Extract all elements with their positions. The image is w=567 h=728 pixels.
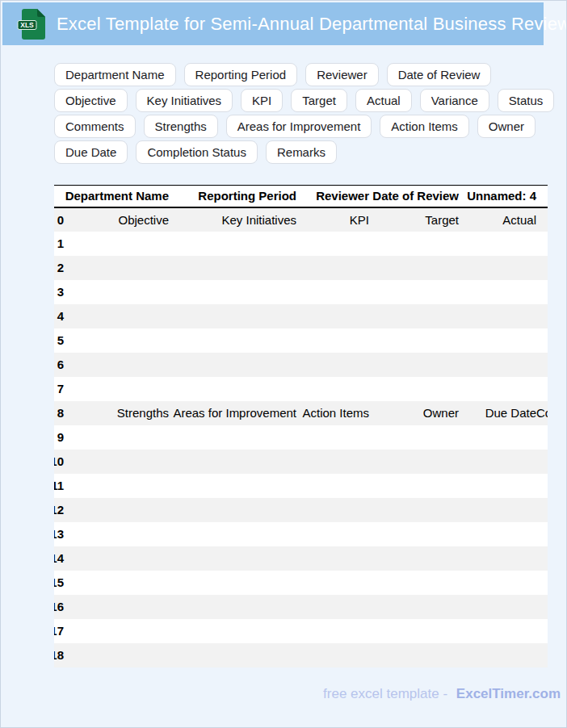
- table-cell: [536, 595, 548, 619]
- row-index: 13: [54, 522, 64, 546]
- row-index: 8: [54, 401, 64, 425]
- table-cell: [64, 280, 169, 304]
- table-cell: [296, 546, 369, 571]
- field-chip-reviewer[interactable]: Reviewer: [305, 63, 379, 86]
- table-cell: [369, 474, 459, 498]
- field-chips: Department NameReporting PeriodReviewerD…: [54, 63, 565, 164]
- row-index: 15: [54, 571, 64, 595]
- table-cell: [459, 232, 536, 256]
- field-chip-completion-status[interactable]: Completion Status: [136, 140, 258, 164]
- table-preview: Department NameReporting PeriodReviewerD…: [54, 185, 548, 667]
- table-cell: [369, 328, 459, 353]
- table-row: 4: [54, 304, 548, 328]
- table-row: 18: [54, 643, 548, 667]
- table-cell: [169, 595, 296, 619]
- table-row: 3: [54, 280, 548, 304]
- field-chip-remarks[interactable]: Remarks: [266, 140, 337, 164]
- table-cell: [64, 425, 169, 450]
- field-chip-key-initiatives[interactable]: Key Initiatives: [136, 89, 233, 112]
- table-row: 2: [54, 256, 548, 280]
- table-cell: [459, 328, 536, 353]
- table-cell: [369, 450, 459, 474]
- table-row: 10: [54, 450, 548, 474]
- table-cell: [169, 450, 296, 474]
- table-cell: [64, 232, 169, 256]
- table-cell: [169, 280, 296, 304]
- field-chip-status[interactable]: Status: [498, 89, 555, 112]
- table-cell: [459, 377, 536, 401]
- table-cell: [536, 474, 548, 498]
- table-cell: [64, 522, 169, 546]
- footer-brand-link[interactable]: ExcelTimer.com: [456, 686, 561, 701]
- column-header: Department Name: [64, 186, 169, 207]
- table-cell: [64, 619, 169, 643]
- table-cell: [296, 425, 369, 450]
- table-cell: [459, 280, 536, 304]
- table-cell: [296, 377, 369, 401]
- table-cell: Action Items: [296, 401, 369, 425]
- app-header: XLS Excel Template for Semi-Annual Depar…: [2, 2, 544, 45]
- table-cell: [169, 328, 296, 353]
- table-cell: [369, 280, 459, 304]
- table-cell: [169, 377, 296, 401]
- table-cell: [369, 377, 459, 401]
- table-cell: KPI: [296, 207, 369, 232]
- table-cell: Objective: [64, 207, 169, 232]
- table-cell: [536, 207, 548, 232]
- field-chip-actual[interactable]: Actual: [355, 89, 412, 112]
- row-index: 2: [54, 256, 64, 280]
- table-cell: [64, 571, 169, 595]
- table-cell: [64, 353, 169, 377]
- field-chip-strengths[interactable]: Strengths: [144, 115, 218, 138]
- field-chip-due-date[interactable]: Due Date: [54, 140, 128, 164]
- table-cell: [459, 304, 536, 328]
- table-cell: Actual: [459, 207, 536, 232]
- field-chip-areas-for-improvement[interactable]: Areas for Improvement: [226, 115, 372, 138]
- table-cell: [536, 425, 548, 450]
- table-row: 7: [54, 377, 548, 401]
- table-cell: [64, 304, 169, 328]
- row-index: 11: [54, 474, 64, 498]
- table-row: 17: [54, 619, 548, 643]
- field-chip-variance[interactable]: Variance: [420, 89, 489, 112]
- table-cell: [369, 498, 459, 522]
- table-cell: [536, 353, 548, 377]
- field-chip-kpi[interactable]: KPI: [241, 89, 283, 112]
- field-chip-owner[interactable]: Owner: [477, 115, 536, 138]
- column-header: Date of Review: [369, 186, 459, 207]
- field-chip-reporting-period[interactable]: Reporting Period: [184, 63, 298, 86]
- row-index: 4: [54, 304, 64, 328]
- row-index: 1: [54, 232, 64, 256]
- table-cell: [64, 328, 169, 353]
- table-cell: [169, 571, 296, 595]
- field-chip-date-of-review[interactable]: Date of Review: [387, 63, 492, 86]
- table-cell: [459, 498, 536, 522]
- field-chip-target[interactable]: Target: [291, 89, 347, 112]
- column-header: [536, 186, 548, 207]
- table-cell: [536, 571, 548, 595]
- table-cell: [296, 643, 369, 667]
- field-chip-objective[interactable]: Objective: [54, 89, 128, 112]
- table-cell: [459, 256, 536, 280]
- table-cell: [536, 304, 548, 328]
- table-cell: [369, 353, 459, 377]
- table-row: 12: [54, 498, 548, 522]
- table-cell: [536, 643, 548, 667]
- table-cell: [169, 353, 296, 377]
- table-cell: [369, 571, 459, 595]
- table-cell: Key Initiatives: [169, 207, 296, 232]
- table-cell: [536, 232, 548, 256]
- row-index: 0: [54, 207, 64, 232]
- table-cell: [64, 377, 169, 401]
- field-chip-action-items[interactable]: Action Items: [380, 115, 469, 138]
- table-cell: [64, 498, 169, 522]
- table-cell: [296, 595, 369, 619]
- field-chip-department-name[interactable]: Department Name: [54, 63, 176, 86]
- row-index: 6: [54, 353, 64, 377]
- row-index: 9: [54, 425, 64, 450]
- table-cell: Completion Status: [536, 401, 548, 425]
- table-row: 5: [54, 328, 548, 353]
- field-chip-comments[interactable]: Comments: [54, 115, 136, 138]
- table-cell: [536, 377, 548, 401]
- table-row: 13: [54, 522, 548, 546]
